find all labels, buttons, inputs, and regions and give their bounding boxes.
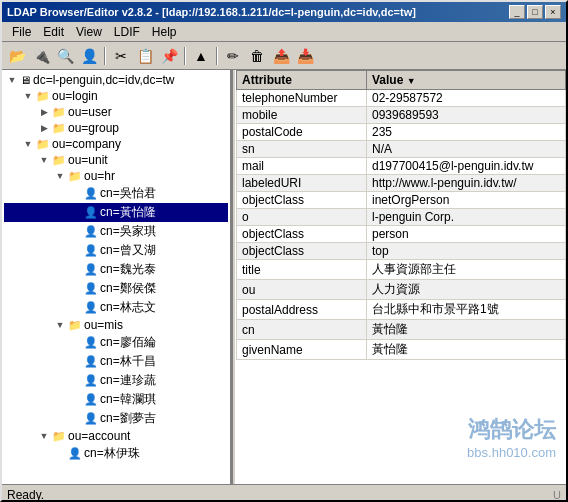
cell-attribute: givenName xyxy=(237,340,367,360)
cell-attribute: postalAddress xyxy=(237,300,367,320)
menu-file[interactable]: File xyxy=(6,24,37,40)
cell-value: d197700415@l-penguin.idv.tw xyxy=(367,158,566,175)
tree-panel[interactable]: ▼ 🖥 dc=l-penguin,dc=idv,dc=tw ▼ 📁 ou=log… xyxy=(2,70,232,484)
col-header-value[interactable]: Value ▼ xyxy=(367,71,566,90)
col-header-attribute[interactable]: Attribute xyxy=(237,71,367,90)
table-row[interactable]: givenName黃怡隆 xyxy=(237,340,566,360)
cell-value: 人事資源部主任 xyxy=(367,260,566,280)
toolbar-paste-button[interactable]: 📌 xyxy=(158,45,180,67)
cell-value: 台北縣中和市景平路1號 xyxy=(367,300,566,320)
tree-item-cn-wu-jiapi[interactable]: 👤 cn=吳家琪 xyxy=(4,222,228,241)
cell-attribute: mobile xyxy=(237,107,367,124)
toolbar-export-button[interactable]: 📤 xyxy=(270,45,292,67)
cell-value: 黃怡隆 xyxy=(367,320,566,340)
person-icon: 👤 xyxy=(84,336,98,349)
tree-item-ou-user[interactable]: ▶ 📁 ou=user xyxy=(4,104,228,120)
expand-unit: ▼ xyxy=(36,155,52,165)
cell-value: 235 xyxy=(367,124,566,141)
maximize-button[interactable]: □ xyxy=(527,5,543,19)
tree-item-ou-account[interactable]: ▼ 📁 ou=account xyxy=(4,428,228,444)
tree-item-ou-unit[interactable]: ▼ 📁 ou=unit xyxy=(4,152,228,168)
cell-value: 0939689593 xyxy=(367,107,566,124)
tree-label-cn-zeng-youhu: cn=曾又湖 xyxy=(100,242,156,259)
tree-item-ou-company[interactable]: ▼ 📁 ou=company xyxy=(4,136,228,152)
table-row[interactable]: labeledURIhttp://www.l-penguin.idv.tw/ xyxy=(237,175,566,192)
toolbar-copy-button[interactable]: 📋 xyxy=(134,45,156,67)
tree-item-cn-liao-boqun[interactable]: 👤 cn=廖佰綸 xyxy=(4,333,228,352)
person-icon: 👤 xyxy=(84,412,98,425)
close-button[interactable]: × xyxy=(545,5,561,19)
table-row[interactable]: snN/A xyxy=(237,141,566,158)
person-icon: 👤 xyxy=(84,187,98,200)
toolbar-connect-button[interactable]: 🔌 xyxy=(30,45,52,67)
cell-value: person xyxy=(367,226,566,243)
cell-attribute: sn xyxy=(237,141,367,158)
table-row[interactable]: ol-penguin Corp. xyxy=(237,209,566,226)
toolbar-search-button[interactable]: 🔍 xyxy=(54,45,76,67)
folder-icon: 📁 xyxy=(68,170,82,183)
table-row[interactable]: objectClasstop xyxy=(237,243,566,260)
tree-item-ou-group[interactable]: ▶ 📁 ou=group xyxy=(4,120,228,136)
toolbar-cut-button[interactable]: ✂ xyxy=(110,45,132,67)
tree-label-cn-liao-boqun: cn=廖佰綸 xyxy=(100,334,156,351)
tree-label-ou-account: ou=account xyxy=(68,429,130,443)
table-row[interactable]: postalAddress台北縣中和市景平路1號 xyxy=(237,300,566,320)
toolbar-sep3 xyxy=(216,47,218,65)
tree-item-cn-liu-mengji[interactable]: 👤 cn=劉夢吉 xyxy=(4,409,228,428)
cell-attribute: ou xyxy=(237,280,367,300)
tree-root[interactable]: ▼ 🖥 dc=l-penguin,dc=idv,dc=tw xyxy=(4,72,228,88)
expand-group: ▶ xyxy=(36,123,52,133)
tree-label-cn-huang-yilong: cn=黃怡隆 xyxy=(100,204,156,221)
folder-icon: 📁 xyxy=(52,106,66,119)
table-row[interactable]: objectClassperson xyxy=(237,226,566,243)
tree-item-cn-lian-zhenzhu[interactable]: 👤 cn=連珍蔬 xyxy=(4,371,228,390)
toolbar-person-button[interactable]: 👤 xyxy=(78,45,100,67)
tree-item-cn-wei-guangtai[interactable]: 👤 cn=魏光泰 xyxy=(4,260,228,279)
tree-label-cn-wei-guangtai: cn=魏光泰 xyxy=(100,261,156,278)
menu-ldif[interactable]: LDIF xyxy=(108,24,146,40)
tree-item-cn-lin-yizhu[interactable]: 👤 cn=林伊珠 xyxy=(4,444,228,463)
tree-item-cn-huang-yilong[interactable]: 👤 cn=黃怡隆 xyxy=(4,203,228,222)
tree-item-ou-login[interactable]: ▼ 📁 ou=login xyxy=(4,88,228,104)
toolbar-open-button[interactable]: 📂 xyxy=(6,45,28,67)
table-row[interactable]: objectClassinetOrgPerson xyxy=(237,192,566,209)
tree-item-cn-han-lanqi[interactable]: 👤 cn=韓瀾琪 xyxy=(4,390,228,409)
tree-item-cn-zeng-youhu[interactable]: 👤 cn=曾又湖 xyxy=(4,241,228,260)
table-row[interactable]: postalCode235 xyxy=(237,124,566,141)
title-bar: LDAP Browser/Editor v2.8.2 - [ldap://192… xyxy=(2,2,566,22)
person-icon: 👤 xyxy=(84,374,98,387)
minimize-button[interactable]: _ xyxy=(509,5,525,19)
cell-attribute: telephoneNumber xyxy=(237,90,367,107)
toolbar-edit-button[interactable]: ✏ xyxy=(222,45,244,67)
table-row[interactable]: maild197700415@l-penguin.idv.tw xyxy=(237,158,566,175)
menu-edit[interactable]: Edit xyxy=(37,24,70,40)
expand-login: ▼ xyxy=(20,91,36,101)
table-row[interactable]: mobile0939689593 xyxy=(237,107,566,124)
table-row[interactable]: ou人力資源 xyxy=(237,280,566,300)
tree-item-cn-zheng-houzhi[interactable]: 👤 cn=鄭侯傑 xyxy=(4,279,228,298)
tree-item-ou-mis[interactable]: ▼ 📁 ou=mis xyxy=(4,317,228,333)
person-icon: 👤 xyxy=(84,225,98,238)
tree-label-cn-liu-mengji: cn=劉夢吉 xyxy=(100,410,156,427)
cell-attribute: cn xyxy=(237,320,367,340)
tree-item-ou-hr[interactable]: ▼ 📁 ou=hr xyxy=(4,168,228,184)
toolbar-import-button[interactable]: 📥 xyxy=(294,45,316,67)
cell-value: l-penguin Corp. xyxy=(367,209,566,226)
table-row[interactable]: title人事資源部主任 xyxy=(237,260,566,280)
folder-icon: 📁 xyxy=(52,154,66,167)
table-row[interactable]: telephoneNumber02-29587572 xyxy=(237,90,566,107)
tree-root-label: dc=l-penguin,dc=idv,dc=tw xyxy=(33,73,175,87)
toolbar-up-button[interactable]: ▲ xyxy=(190,45,212,67)
tree-item-cn-lin-qichang[interactable]: 👤 cn=林千昌 xyxy=(4,352,228,371)
toolbar-delete-button[interactable]: 🗑 xyxy=(246,45,268,67)
cell-attribute: title xyxy=(237,260,367,280)
table-row[interactable]: cn黃怡隆 xyxy=(237,320,566,340)
menu-help[interactable]: Help xyxy=(146,24,183,40)
menu-view[interactable]: View xyxy=(70,24,108,40)
tree-item-cn-wu-yijun[interactable]: 👤 cn=吳怡君 xyxy=(4,184,228,203)
app-window: LDAP Browser/Editor v2.8.2 - [ldap://192… xyxy=(0,0,568,502)
cell-attribute: mail xyxy=(237,158,367,175)
person-icon: 👤 xyxy=(84,244,98,257)
tree-item-cn-lin-zhiwen[interactable]: 👤 cn=林志文 xyxy=(4,298,228,317)
tree-label-cn-wu-yijun: cn=吳怡君 xyxy=(100,185,156,202)
